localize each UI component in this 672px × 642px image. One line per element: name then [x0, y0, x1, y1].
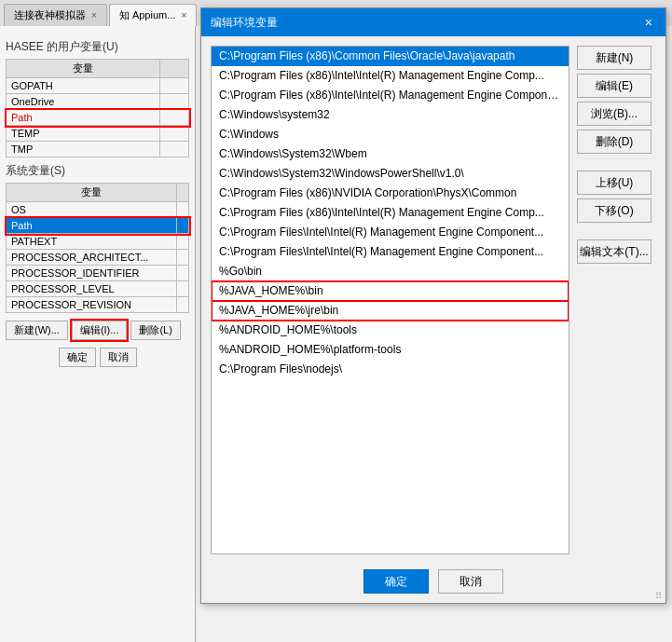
system-table-header-val [177, 184, 189, 202]
list-item[interactable]: %ANDROID_HOME%\platform-tools [212, 340, 569, 360]
dialog-confirm-button[interactable]: 确定 [363, 569, 429, 594]
var-name: Path [7, 110, 160, 126]
system-table-header-var: 变量 [7, 184, 177, 202]
move-down-button[interactable]: 下移(O) [577, 198, 651, 223]
var-val [177, 234, 189, 250]
new-button-w[interactable]: 新建(W)... [6, 321, 68, 340]
table-row[interactable]: OneDrive [7, 94, 189, 110]
var-name: OS [7, 202, 177, 218]
confirm-button-bg[interactable]: 确定 [59, 348, 96, 367]
var-val [177, 297, 189, 313]
list-item[interactable]: C:\Program Files (x86)\Intel\Intel(R) Ma… [212, 66, 569, 86]
list-item[interactable]: C:\Program Files (x86)\Intel\Intel(R) Ma… [212, 86, 569, 105]
table-row[interactable]: Path [7, 110, 189, 126]
var-name: TMP [7, 142, 160, 157]
env-variables-bg-panel: HASEE 的用户变量(U) 变量 GOPATH OneDrive Path T… [0, 26, 196, 642]
move-up-button[interactable]: 上移(U) [577, 171, 651, 195]
table-row[interactable]: PROCESSOR_REVISION [7, 297, 189, 313]
var-name: PROCESSOR_LEVEL [7, 281, 177, 297]
list-item[interactable]: C:\Program Files (x86)\NVIDIA Corporatio… [212, 184, 569, 203]
var-val [159, 78, 189, 94]
var-name: OneDrive [7, 94, 160, 110]
var-val [177, 266, 189, 281]
dialog-cancel-button[interactable]: 取消 [438, 569, 503, 594]
tab-appium[interactable]: 知 Appium... × [109, 4, 197, 26]
resize-grip: ⠿ [655, 591, 662, 601]
tab-yanjiemu[interactable]: 连接夜神模拟器 × [4, 4, 107, 26]
tab-close-icon[interactable]: × [91, 10, 97, 20]
table-row[interactable]: PATHEXT [7, 234, 189, 250]
table-row[interactable]: Path [7, 218, 189, 234]
list-item[interactable]: %Go\bin [212, 262, 569, 281]
tab-label: 连接夜神模拟器 [14, 8, 86, 22]
system-section-label: 系统变量(S) [6, 163, 189, 179]
var-name: PATHEXT [7, 234, 177, 250]
list-item[interactable]: %JAVA_HOME%\bin [212, 281, 569, 301]
delete-button-d[interactable]: 删除(D) [577, 130, 651, 154]
list-item[interactable]: C:\Program Files (x86)\Common Files\Orac… [212, 47, 569, 66]
table-row[interactable]: TMP [7, 142, 189, 157]
user-section-label: HASEE 的用户变量(U) [6, 39, 189, 55]
cancel-button-bg[interactable]: 取消 [100, 348, 137, 367]
table-row[interactable]: PROCESSOR_LEVEL [7, 281, 189, 297]
var-val [159, 126, 189, 142]
var-name: GOPATH [7, 78, 160, 94]
table-row[interactable]: GOPATH [7, 78, 189, 94]
var-name: TEMP [7, 126, 160, 142]
var-name: PROCESSOR_IDENTIFIER [7, 266, 177, 281]
dialog-bottom-buttons: 确定 取消 [211, 564, 656, 594]
table-row[interactable]: PROCESSOR_IDENTIFIER [7, 266, 189, 281]
system-vars-table: 变量 OS Path PATHEXT PROCESSOR_ARCHITECT..… [6, 183, 189, 313]
var-val [159, 94, 189, 110]
table-row[interactable]: TEMP [7, 126, 189, 142]
dialog-titlebar: 编辑环境变量 × [201, 8, 665, 36]
user-table-header-var: 变量 [7, 60, 160, 78]
var-name: PROCESSOR_REVISION [7, 297, 177, 313]
var-name: Path [7, 218, 177, 234]
list-item[interactable]: C:\Windows\System32\Wbem [212, 144, 569, 164]
edit-text-button[interactable]: 编辑文本(T)... [577, 239, 651, 264]
dialog-content: C:\Program Files (x86)\Common Files\Orac… [201, 36, 665, 603]
table-row[interactable]: OS [7, 202, 189, 218]
list-item[interactable]: C:\Windows\System32\WindowsPowerShell\v1… [212, 164, 569, 184]
path-list[interactable]: C:\Program Files (x86)\Common Files\Orac… [211, 46, 569, 554]
var-val [177, 250, 189, 266]
delete-button-l[interactable]: 删除(L) [130, 321, 180, 340]
list-item[interactable]: C:\Program Files\Intel\Intel(R) Manageme… [212, 242, 569, 262]
tab-label: 知 Appium... [119, 8, 176, 22]
dialog-title: 编辑环境变量 [211, 15, 278, 31]
dialog-close-button[interactable]: × [641, 15, 656, 30]
list-item[interactable]: C:\Program Files\nodejs\ [212, 360, 569, 379]
var-name: PROCESSOR_ARCHITECT... [7, 250, 177, 266]
var-val [159, 110, 189, 126]
var-val [177, 281, 189, 297]
edit-env-dialog: 编辑环境变量 × C:\Program Files (x86)\Common F… [200, 7, 666, 604]
user-vars-table: 变量 GOPATH OneDrive Path TEMP TMP [6, 59, 189, 157]
user-table-header-val [159, 60, 189, 78]
tab-close-icon[interactable]: × [181, 10, 186, 20]
browse-button[interactable]: 浏览(B)... [577, 102, 651, 126]
list-item[interactable]: C:\Windows\system32 [212, 105, 569, 125]
list-item[interactable]: %ANDROID_HOME%\tools [212, 321, 569, 340]
list-item[interactable]: C:\Program Files (x86)\Intel\Intel(R) Ma… [212, 203, 569, 223]
list-item[interactable]: C:\Windows [212, 125, 569, 144]
new-button-n[interactable]: 新建(N) [577, 46, 651, 70]
table-row[interactable]: PROCESSOR_ARCHITECT... [7, 250, 189, 266]
list-item[interactable]: C:\Program Files\Intel\Intel(R) Manageme… [212, 223, 569, 242]
edit-button-i[interactable]: 编辑(I)... [72, 321, 128, 340]
var-val [177, 218, 189, 234]
var-val [159, 142, 189, 157]
list-item[interactable]: %JAVA_HOME%\jre\bin [212, 301, 569, 321]
var-val [177, 202, 189, 218]
edit-button-e[interactable]: 编辑(E) [577, 74, 651, 98]
